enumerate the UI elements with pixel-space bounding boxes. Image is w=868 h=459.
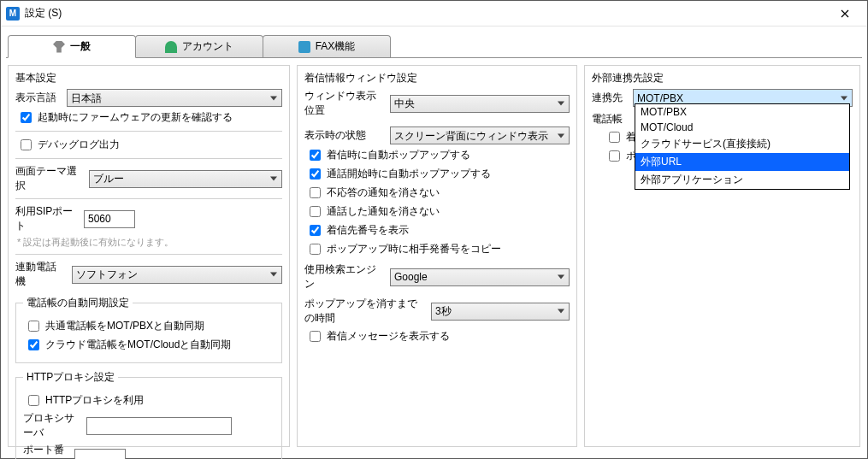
fax-icon	[298, 41, 310, 53]
close-button[interactable]	[825, 2, 864, 26]
sip-port-label: 利用SIPポート	[15, 204, 77, 233]
winpos-select[interactable]: 中央	[390, 95, 570, 113]
window-title: 設定 (S)	[25, 6, 62, 21]
tab-fax-label: FAX機能	[316, 39, 356, 54]
theme-label: 画面テーマ選択	[15, 164, 82, 193]
external-link-title: 外部連携先設定	[592, 71, 853, 85]
link-dest-dropdown[interactable]: MOT/PBX MOT/Cloud クラウドサービス(直接接続) 外部URL 外…	[635, 103, 850, 190]
display-state-select[interactable]: スクリーン背面にウィンドウ表示	[390, 127, 570, 144]
sip-port-hint: * 設定は再起動後に有効になります。	[17, 236, 282, 249]
tabstrip: 一般 アカウント FAX機能	[1, 33, 867, 57]
check-firmware-label: 起動時にファームウェアの更新を確認する	[38, 110, 233, 125]
basic-settings-title: 基本設定	[15, 71, 282, 85]
engine-label: 使用検索エンジン	[304, 262, 383, 291]
user-icon	[165, 41, 177, 53]
auto-popup-on-call-checkbox[interactable]: 着信時に自動ポップアップする	[306, 147, 570, 163]
phone-select[interactable]: ソフトフォン	[72, 266, 282, 284]
link-dest-option-motpbx[interactable]: MOT/PBX	[635, 104, 849, 120]
link-dest-option-externalurl[interactable]: 外部URL	[635, 153, 849, 171]
engine-select[interactable]: Google	[390, 268, 570, 286]
close-icon	[841, 9, 849, 18]
copy-caller-checkbox[interactable]: ポップアップ時に相手発番号をコピー	[306, 241, 570, 257]
phonebook-sync-group: 電話帳の自動同期設定 共通電話帳をMOT/PBXと自動同期 クラウド電話帳をMO…	[15, 296, 282, 363]
lang-label: 表示言語	[15, 91, 60, 105]
http-proxy-use-checkbox[interactable]: HTTPプロキシを利用	[25, 392, 275, 409]
sip-port-field[interactable]	[84, 210, 135, 228]
tab-body: 基本設定 表示言語 日本語 起動時にファームウェアの更新を確認する デバッグログ…	[1, 58, 867, 454]
popup-duration-select[interactable]: 3秒	[431, 303, 570, 321]
display-state-label: 表示時の状態	[304, 128, 383, 143]
link-dest-option-cloudservice[interactable]: クラウドサービス(直接接続)	[635, 135, 849, 153]
wrench-icon	[53, 41, 65, 53]
ext-phonebook-label: 電話帳	[592, 112, 626, 127]
incoming-window-title: 着信情報ウィンドウ設定	[304, 71, 570, 85]
external-link-group: 外部連携先設定 連携先 MOT/PBX 電話帳 着 ポ MOT/PBX MOT/…	[584, 65, 860, 447]
tab-fax[interactable]: FAX機能	[263, 35, 391, 57]
phonebook-sync-legend: 電話帳の自動同期設定	[23, 296, 133, 310]
http-proxy-group: HTTPプロキシ設定 HTTPプロキシを利用 プロキシサーバ ポート番号 ローカ…	[15, 370, 282, 459]
http-proxy-legend: HTTPプロキシ設定	[23, 370, 118, 385]
winpos-label: ウィンドウ表示位置	[304, 89, 383, 118]
phonebook-motpbx-checkbox[interactable]: 共通電話帳をMOT/PBXと自動同期	[25, 318, 275, 334]
auto-popup-on-start-checkbox[interactable]: 通話開始時に自動ポップアップする	[306, 166, 570, 182]
app-icon: M	[6, 7, 20, 21]
noanswer-checkbox[interactable]: 不応答の通知を消さない	[306, 185, 570, 201]
popup-duration-label: ポップアップを消すまでの時間	[304, 297, 424, 326]
basic-settings-group: 基本設定 表示言語 日本語 起動時にファームウェアの更新を確認する デバッグログ…	[8, 65, 290, 447]
tab-account-label: アカウント	[182, 39, 233, 54]
incoming-window-group: 着信情報ウィンドウ設定 ウィンドウ表示位置 中央 表示時の状態 スクリーン背面に…	[297, 65, 577, 447]
debug-log-checkbox[interactable]: デバッグログ出力	[17, 137, 282, 153]
show-caller-checkbox[interactable]: 着信先番号を表示	[306, 222, 570, 238]
proxy-server-field[interactable]	[86, 417, 232, 435]
lang-select[interactable]: 日本語	[67, 89, 282, 107]
debug-log-label: デバッグログ出力	[38, 138, 120, 152]
phonebook-cloud-checkbox[interactable]: クラウド電話帳をMOT/Cloudと自動同期	[25, 337, 275, 353]
proxy-port-label: ポート番号	[23, 443, 68, 459]
link-dest-option-externalapp[interactable]: 外部アプリケーション	[635, 171, 849, 189]
settings-window: M 設定 (S) 一般 アカウント FAX機能 基本設定 表示言語 日本語	[0, 0, 868, 459]
titlebar: M 設定 (S)	[1, 1, 867, 26]
tab-general-label: 一般	[70, 39, 91, 54]
check-firmware-checkbox[interactable]: 起動時にファームウェアの更新を確認する	[17, 109, 282, 126]
talked-checkbox[interactable]: 通話した通知を消さない	[306, 203, 570, 220]
proxy-server-label: プロキシサーバ	[23, 411, 80, 440]
theme-select[interactable]: ブルー	[89, 170, 282, 188]
tab-account[interactable]: アカウント	[135, 35, 263, 57]
phone-label: 連動電話機	[15, 260, 65, 289]
link-dest-option-motcloud[interactable]: MOT/Cloud	[635, 120, 849, 135]
tab-general[interactable]: 一般	[8, 35, 136, 58]
link-dest-label: 連携先	[592, 91, 626, 105]
show-message-checkbox[interactable]: 着信メッセージを表示する	[306, 328, 570, 344]
proxy-port-field[interactable]	[74, 449, 126, 460]
